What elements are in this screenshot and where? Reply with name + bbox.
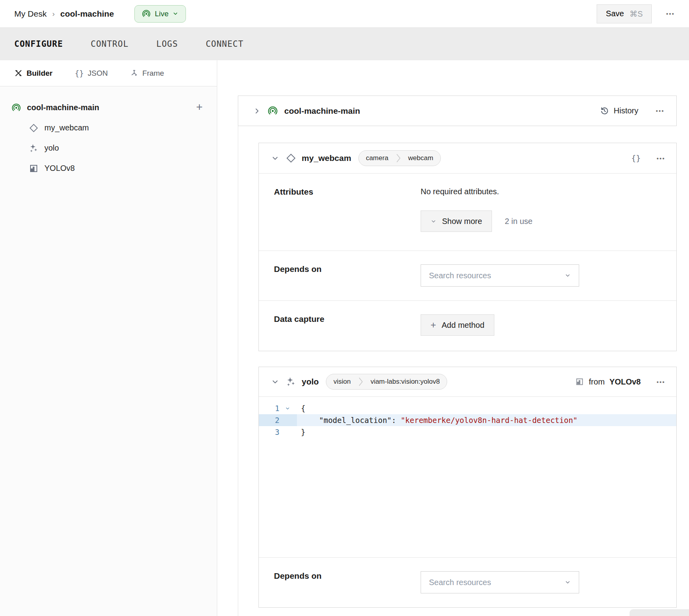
- tab-logs[interactable]: LOGS: [156, 39, 178, 49]
- line-number: 2: [259, 416, 279, 425]
- type-tag: camera: [359, 154, 396, 162]
- fold-chevron-icon[interactable]: [279, 406, 295, 411]
- component-diamond-icon: [29, 123, 39, 133]
- history-button[interactable]: History: [600, 106, 638, 115]
- model-tag: viam-labs:vision:yolov8: [364, 378, 447, 386]
- add-method-label: Add method: [442, 321, 484, 330]
- mode-frame[interactable]: Frame: [130, 69, 164, 78]
- add-resource-button[interactable]: +: [196, 101, 203, 113]
- save-shortcut: ⌘S: [630, 9, 643, 19]
- from-module-name: YOLOv8: [609, 377, 641, 386]
- code-key: "model_location":: [301, 416, 396, 425]
- edit-json-braces-icon[interactable]: {}: [631, 153, 641, 163]
- plus-icon: +: [431, 320, 436, 330]
- depends-on-label: Depends on: [274, 571, 421, 594]
- tab-connect[interactable]: CONNECT: [206, 39, 244, 49]
- attributes-json-editor[interactable]: 1 { 2 "model_location": "keremberke/yo: [259, 397, 676, 557]
- chevron-down-icon: [172, 11, 178, 17]
- breadcrumb: My Desk › cool-machine: [14, 9, 114, 19]
- line-number: 3: [259, 428, 279, 436]
- webcam-card-header: my_webcam camera webcam {} •••: [259, 143, 676, 174]
- attributes-section: Attributes No required attributes. Show …: [259, 174, 676, 251]
- mode-json-label: JSON: [88, 69, 108, 78]
- module-icon: [29, 164, 39, 173]
- depends-on-placeholder: Search resources: [429, 271, 491, 280]
- show-more-button[interactable]: Show more: [421, 210, 492, 232]
- model-tag: webcam: [401, 154, 440, 162]
- attributes-in-use-count: 2 in use: [505, 217, 532, 226]
- service-sparkles-icon: [286, 377, 296, 387]
- yolo-more-menu-icon[interactable]: •••: [656, 379, 665, 385]
- mode-frame-label: Frame: [142, 69, 164, 78]
- webcam-type-model-pill: camera webcam: [358, 150, 441, 166]
- chevron-down-icon: [565, 272, 571, 279]
- history-clock-icon: [600, 106, 609, 115]
- config-main-pane: cool-machine-main History •••: [217, 60, 689, 616]
- yolo-depends-on-section: Depends on Search resources: [259, 557, 676, 607]
- show-more-label: Show more: [442, 217, 482, 226]
- yolo-type-model-pill: vision viam-labs:vision:yolov8: [326, 374, 447, 390]
- mode-builder[interactable]: Builder: [14, 69, 52, 78]
- machine-part-title: cool-machine-main: [284, 106, 360, 116]
- code-text: }: [297, 426, 676, 438]
- code-line-active: 2 "model_location": "keremberke/yolov8n-…: [259, 414, 676, 426]
- webcam-resource-card: my_webcam camera webcam {} ••• Attribute…: [258, 143, 677, 351]
- depends-on-section: Depends on Search resources: [259, 251, 676, 301]
- depends-on-placeholder: Search resources: [429, 578, 491, 587]
- webcam-title: my_webcam: [302, 153, 351, 163]
- line-number: 1: [259, 404, 279, 413]
- chevron-right-icon[interactable]: [253, 107, 260, 115]
- json-braces-icon: {}: [75, 69, 84, 78]
- tree-item-label: my_webcam: [44, 123, 89, 132]
- tree-item-label: cool-machine-main: [27, 103, 99, 112]
- frame-axes-icon: [130, 69, 138, 77]
- live-label: Live: [155, 10, 168, 18]
- chevron-down-icon[interactable]: [272, 155, 279, 162]
- chevron-down-icon: [431, 218, 436, 224]
- module-icon: [575, 377, 584, 386]
- save-label: Save: [606, 9, 624, 18]
- view-mode-toolbar: Builder {} JSON Frame: [0, 60, 217, 86]
- chevron-down-icon[interactable]: [272, 378, 279, 385]
- mode-json[interactable]: {} JSON: [75, 69, 108, 78]
- depends-on-select[interactable]: Search resources: [421, 264, 579, 287]
- tab-configure[interactable]: CONFIGURE: [14, 39, 63, 49]
- code-string-value: "keremberke/yolov8n-hard-hat-detection": [401, 416, 578, 425]
- tab-control[interactable]: CONTROL: [91, 39, 129, 49]
- attributes-empty-text: No required attributes.: [421, 187, 661, 196]
- horizontal-scrollbar-thumb[interactable]: [630, 609, 689, 616]
- tree-item-yolov8-module[interactable]: YOLOv8: [11, 158, 217, 178]
- machine-status-live-dropdown[interactable]: Live: [134, 5, 186, 23]
- builder-tools-icon: [14, 69, 23, 77]
- machine-tab-bar: CONFIGURE CONTROL LOGS CONNECT: [0, 28, 689, 60]
- machine-part-radar-icon: [11, 103, 21, 113]
- machine-part-radar-icon: [268, 106, 278, 116]
- chevron-down-icon: [565, 579, 571, 585]
- yolo-card-header: yolo vision viam-labs:vision:yolov8: [259, 367, 676, 397]
- live-radar-icon: [142, 10, 151, 18]
- type-tag: vision: [326, 378, 358, 386]
- add-method-button[interactable]: + Add method: [421, 314, 494, 336]
- machine-main-card: cool-machine-main History •••: [238, 96, 677, 126]
- tree-item-machine-main[interactable]: cool-machine-main +: [11, 98, 217, 118]
- code-line: 1 {: [259, 402, 676, 414]
- webcam-more-menu-icon[interactable]: •••: [656, 155, 665, 162]
- tree-item-my-webcam[interactable]: my_webcam: [11, 118, 217, 138]
- code-line: 3 }: [259, 426, 676, 438]
- component-diamond-icon: [286, 153, 296, 163]
- depends-on-select[interactable]: Search resources: [421, 571, 579, 593]
- config-sidebar: Builder {} JSON Frame: [0, 60, 217, 616]
- top-bar: My Desk › cool-machine Live Save ⌘S •••: [0, 0, 689, 28]
- tree-item-yolo[interactable]: yolo: [11, 138, 217, 158]
- data-capture-section: Data capture + Add method: [259, 301, 676, 351]
- machine-card-more-menu-icon[interactable]: •••: [656, 107, 664, 114]
- resource-tree: cool-machine-main + my_webcam: [0, 86, 217, 178]
- history-label: History: [614, 106, 638, 115]
- topbar-more-menu-icon[interactable]: •••: [666, 10, 675, 17]
- from-module-badge: from YOLOv8: [575, 377, 641, 386]
- save-button[interactable]: Save ⌘S: [597, 4, 652, 23]
- breadcrumb-separator-icon: ›: [52, 10, 55, 18]
- breadcrumb-parent[interactable]: My Desk: [14, 9, 47, 19]
- data-capture-label: Data capture: [274, 314, 421, 337]
- tree-item-label: yolo: [44, 143, 59, 153]
